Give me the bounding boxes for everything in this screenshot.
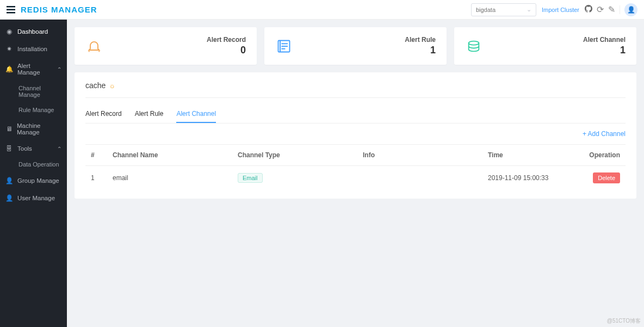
col-time: Time (482, 145, 571, 166)
card-label: Alert Channel (583, 36, 626, 44)
divider (620, 5, 620, 14)
cluster-selected-value: bigdata (476, 7, 496, 13)
hamburger-icon (7, 6, 15, 14)
card-alert-record: Alert Record 0 (75, 27, 257, 65)
card-stat: Alert Channel 1 (583, 36, 626, 56)
tab-alert-rule[interactable]: Alert Rule (135, 106, 164, 123)
sidebar-item-user-manage[interactable]: 👤 User Manage (0, 189, 67, 207)
sidebar-item-installation[interactable]: ✷ Installation (0, 40, 67, 58)
menu-toggle[interactable] (7, 6, 15, 14)
sidebar: ◉ Dashboard ✷ Installation 🔔 Alert Manag… (0, 20, 67, 327)
sidebar-item-machine-manage[interactable]: 🖥 Machine Manage (0, 118, 67, 140)
header: REDIS MANAGER bigdata ⌄ Import Cluster ⟳… (0, 0, 644, 20)
add-channel-button[interactable]: + Add Channel (583, 130, 626, 138)
sidebar-item-label: User Manage (17, 195, 55, 201)
sidebar-item-label: Alert Manage (17, 63, 53, 76)
tab-alert-channel[interactable]: Alert Channel (176, 106, 216, 123)
dashboard-icon: ◉ (5, 28, 13, 35)
chevron-up-icon: ⌃ (57, 146, 61, 152)
col-channel-type: Channel Type (232, 145, 357, 166)
col-index: # (85, 145, 107, 166)
coins-icon (465, 38, 482, 55)
col-info: Info (357, 145, 482, 166)
sidebar-item-data-operation[interactable]: Data Operation (15, 157, 67, 172)
header-right: bigdata ⌄ Import Cluster ⟳ ✎ 👤 (471, 3, 637, 16)
actions-row: + Add Channel (85, 124, 626, 144)
tabs: Alert Record Alert Rule Alert Channel (85, 106, 626, 124)
panel-title: cache ☼ (85, 81, 626, 90)
panel-title-text: cache (85, 81, 106, 90)
table-row: 1 email Email 2019-11-09 15:00:33 Delete (85, 166, 626, 190)
table-header-row: # Channel Name Channel Type Info Time Op… (85, 145, 626, 166)
col-operation: Operation (571, 145, 626, 166)
svg-rect-1 (7, 9, 15, 10)
list-box-icon (275, 38, 293, 55)
channel-table: # Channel Name Channel Type Info Time Op… (85, 144, 626, 190)
cell-index: 1 (85, 166, 107, 190)
card-value: 1 (583, 45, 626, 56)
import-cluster-link[interactable]: Import Cluster (542, 7, 579, 13)
refresh-icon[interactable]: ⟳ (597, 4, 604, 15)
cell-time: 2019-11-09 15:00:33 (482, 166, 571, 190)
card-value: 1 (405, 45, 436, 56)
sidebar-sub-tools: Data Operation (0, 157, 67, 172)
deploy-icon: ✷ (5, 45, 13, 53)
sidebar-item-channel-manage[interactable]: Channel Manage (15, 81, 67, 102)
cell-operation: Delete (571, 166, 626, 190)
delete-button[interactable]: Delete (593, 172, 620, 183)
cell-channel-name: email (107, 166, 232, 190)
layout: ◉ Dashboard ✷ Installation 🔔 Alert Manag… (0, 20, 644, 327)
tab-alert-record[interactable]: Alert Record (85, 106, 122, 123)
sidebar-item-rule-manage[interactable]: Rule Manage (15, 102, 67, 118)
sidebar-item-alert-manage[interactable]: 🔔 Alert Manage ⌃ (0, 58, 67, 81)
sidebar-item-dashboard[interactable]: ◉ Dashboard (0, 23, 67, 40)
card-value: 0 (207, 45, 246, 56)
github-icon[interactable] (585, 5, 592, 15)
user-outline-icon: 👤 (5, 194, 13, 202)
sidebar-item-label: Machine Manage (17, 122, 61, 135)
svg-rect-2 (7, 12, 15, 14)
toolbox-icon: 🗄 (5, 145, 13, 152)
cell-info (357, 166, 482, 190)
card-alert-channel: Alert Channel 1 (454, 27, 636, 65)
chevron-up-icon: ⌃ (57, 66, 61, 72)
brand-logo: REDIS MANAGER (21, 5, 97, 14)
sun-icon: ☼ (109, 82, 115, 90)
sidebar-item-label: Installation (17, 46, 47, 52)
card-stat: Alert Record 0 (207, 36, 246, 56)
col-channel-name: Channel Name (107, 145, 232, 166)
edit-icon[interactable]: ✎ (608, 4, 615, 15)
bell-icon: 🔔 (5, 65, 13, 73)
card-label: Alert Record (207, 36, 246, 44)
cluster-select[interactable]: bigdata ⌄ (471, 3, 536, 16)
svg-rect-0 (7, 6, 15, 8)
alert-panel: cache ☼ Alert Record Alert Rule Alert Ch… (75, 72, 636, 199)
card-stat: Alert Rule 1 (405, 36, 436, 56)
user-icon: 👤 (5, 177, 13, 184)
monitor-icon: 🖥 (5, 126, 13, 132)
plus-icon: + (583, 130, 588, 138)
chevron-down-icon: ⌄ (527, 6, 531, 13)
bell-ring-icon (85, 38, 103, 55)
add-channel-label: Add Channel (588, 130, 626, 138)
sidebar-sub-alert: Channel Manage Rule Manage (0, 81, 67, 118)
avatar[interactable]: 👤 (624, 3, 637, 16)
sidebar-item-label: Group Manage (17, 177, 59, 184)
card-alert-rule: Alert Rule 1 (264, 27, 447, 65)
sidebar-item-group-manage[interactable]: 👤 Group Manage (0, 172, 67, 189)
sidebar-item-tools[interactable]: 🗄 Tools ⌃ (0, 140, 67, 157)
sidebar-item-label: Tools (17, 145, 32, 152)
main-content: Alert Record 0 Alert Rule 1 Alert Chan (67, 20, 644, 327)
svg-point-8 (469, 41, 479, 45)
email-tag: Email (238, 173, 263, 183)
header-icons: ⟳ ✎ 👤 (585, 3, 637, 16)
card-label: Alert Rule (405, 36, 436, 44)
divider (85, 97, 626, 98)
sidebar-item-label: Dashboard (17, 28, 48, 35)
watermark: @51CTO博客 (607, 317, 641, 325)
cell-channel-type: Email (232, 166, 357, 190)
stat-cards: Alert Record 0 Alert Rule 1 Alert Chan (75, 27, 636, 65)
